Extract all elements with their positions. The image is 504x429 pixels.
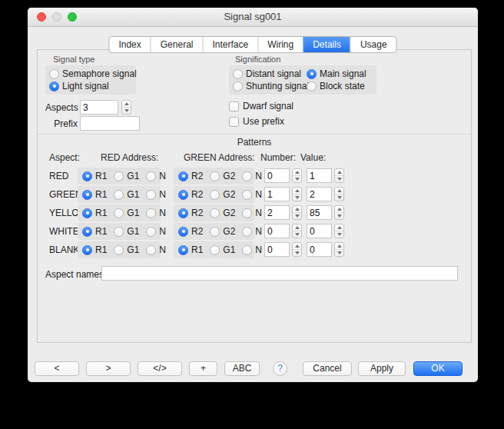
tab-details[interactable]: Details: [303, 37, 350, 52]
stepper-up-icon[interactable]: [293, 206, 301, 213]
value-input[interactable]: [307, 168, 332, 183]
stepper-down-icon[interactable]: [335, 231, 343, 238]
prev-button[interactable]: <: [35, 361, 79, 376]
radio-option[interactable]: G1: [114, 244, 139, 255]
stepper-down-icon[interactable]: [293, 176, 301, 182]
radio-block-state[interactable]: Block state: [307, 81, 376, 91]
number-stepper[interactable]: [292, 187, 302, 201]
radio-option[interactable]: G2: [210, 171, 235, 181]
stepper-down-icon[interactable]: [293, 195, 301, 201]
value-stepper[interactable]: [334, 187, 344, 201]
prefix-input[interactable]: [80, 116, 140, 131]
stepper-down-icon[interactable]: [335, 250, 343, 256]
radio-option[interactable]: G2: [210, 226, 235, 237]
stepper-down-icon[interactable]: [122, 108, 131, 114]
tab-wiring[interactable]: Wiring: [257, 37, 303, 52]
radio-option[interactable]: R1: [82, 208, 107, 218]
stepper-up-icon[interactable]: [335, 224, 343, 231]
radio-option[interactable]: N: [242, 189, 262, 200]
radio-semaphore-signal[interactable]: Semaphore signal: [49, 68, 136, 79]
value-stepper[interactable]: [334, 242, 344, 257]
number-input[interactable]: [264, 205, 290, 220]
add-button[interactable]: +: [189, 361, 217, 376]
radio-option[interactable]: N: [146, 189, 166, 200]
value-input[interactable]: [307, 205, 332, 220]
radio-option[interactable]: N: [242, 171, 262, 181]
aspects-input[interactable]: [80, 100, 118, 115]
stepper-up-icon[interactable]: [335, 243, 343, 250]
value-stepper[interactable]: [334, 205, 344, 220]
help-button[interactable]: ?: [273, 361, 287, 376]
stepper-up-icon[interactable]: [122, 101, 131, 108]
radio-option[interactable]: G1: [210, 244, 235, 255]
radio-option[interactable]: G1: [114, 189, 139, 200]
radio-option[interactable]: N: [146, 226, 166, 237]
radio-option[interactable]: G2: [210, 189, 235, 200]
value-stepper[interactable]: [334, 224, 344, 238]
radio-option[interactable]: R1: [82, 189, 107, 200]
tab-index[interactable]: Index: [109, 37, 150, 52]
radio-option[interactable]: R1: [82, 171, 107, 181]
radio-light-signal[interactable]: Light signal: [49, 81, 136, 91]
radio-option[interactable]: G1: [114, 226, 139, 237]
number-stepper[interactable]: [292, 205, 302, 220]
stepper-up-icon[interactable]: [335, 169, 343, 176]
number-stepper[interactable]: [292, 242, 302, 257]
tab-general[interactable]: General: [151, 37, 203, 52]
number-input[interactable]: [264, 187, 290, 201]
title-bar[interactable]: Signal sg001: [28, 8, 478, 27]
radio-distant-signal[interactable]: Distant signal: [233, 68, 307, 79]
radio-option[interactable]: R2: [178, 226, 203, 237]
number-input[interactable]: [264, 242, 290, 257]
value-input[interactable]: [307, 187, 332, 201]
stepper-up-icon[interactable]: [293, 188, 301, 195]
stepper-down-icon[interactable]: [335, 213, 343, 219]
radio-option[interactable]: G2: [210, 208, 235, 218]
radio-option[interactable]: N: [242, 208, 262, 218]
stepper-down-icon[interactable]: [335, 176, 343, 182]
radio-option[interactable]: R2: [178, 171, 203, 181]
code-button[interactable]: </>: [138, 361, 182, 376]
tab-interface[interactable]: Interface: [202, 37, 257, 52]
stepper-down-icon[interactable]: [293, 250, 301, 256]
radio-option[interactable]: R2: [178, 208, 203, 218]
ok-button[interactable]: OK: [413, 361, 463, 376]
number-input[interactable]: [264, 224, 290, 238]
value-input[interactable]: [307, 224, 332, 238]
aspect-names-input[interactable]: [101, 266, 458, 281]
radio-main-signal[interactable]: Main signal: [307, 68, 376, 79]
radio-option[interactable]: G1: [114, 171, 139, 181]
stepper-up-icon[interactable]: [293, 243, 301, 250]
radio-shunting-signal[interactable]: Shunting signal: [233, 81, 307, 91]
stepper-up-icon[interactable]: [293, 169, 301, 176]
stepper-down-icon[interactable]: [293, 213, 301, 219]
tab-usage[interactable]: Usage: [350, 37, 396, 52]
radio-option[interactable]: N: [242, 244, 262, 255]
stepper-up-icon[interactable]: [335, 188, 343, 195]
radio-option[interactable]: N: [146, 244, 166, 255]
aspects-stepper[interactable]: [121, 100, 131, 115]
abc-button[interactable]: ABC: [224, 361, 260, 376]
stepper-down-icon[interactable]: [335, 195, 343, 201]
stepper-up-icon[interactable]: [293, 224, 301, 231]
next-button[interactable]: >: [86, 361, 131, 376]
use-prefix-checkbox[interactable]: Use prefix: [229, 116, 284, 127]
zoom-button[interactable]: [68, 12, 77, 22]
value-stepper[interactable]: [334, 168, 344, 183]
radio-option[interactable]: R1: [82, 244, 107, 255]
radio-option[interactable]: G1: [114, 208, 139, 218]
radio-option[interactable]: R1: [178, 244, 203, 255]
dwarf-signal-checkbox[interactable]: Dwarf signal: [229, 101, 293, 111]
radio-option[interactable]: N: [242, 226, 262, 237]
radio-option[interactable]: N: [146, 171, 166, 181]
stepper-up-icon[interactable]: [335, 206, 343, 213]
stepper-down-icon[interactable]: [293, 231, 301, 238]
apply-button[interactable]: Apply: [358, 361, 406, 376]
value-input[interactable]: [307, 242, 332, 257]
number-input[interactable]: [264, 168, 290, 183]
cancel-button[interactable]: Cancel: [303, 361, 352, 376]
radio-option[interactable]: R1: [82, 226, 107, 237]
number-stepper[interactable]: [292, 168, 302, 183]
close-button[interactable]: [37, 12, 46, 22]
number-stepper[interactable]: [292, 224, 302, 238]
